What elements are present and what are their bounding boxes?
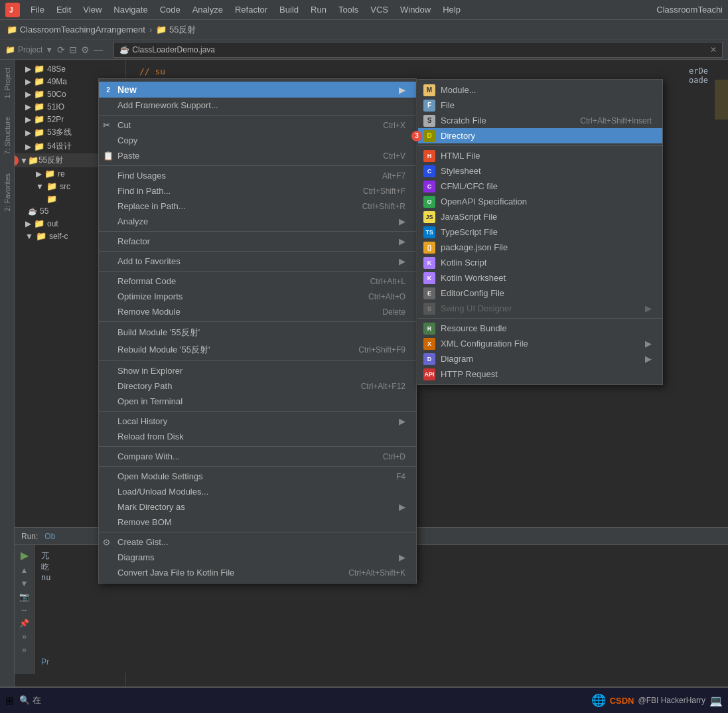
submenu-resource-bundle[interactable]: R Resource Bundle: [418, 321, 662, 336]
menu-item-compare-with[interactable]: Compare With... Ctrl+D: [99, 449, 416, 464]
menu-item-rebuild-module[interactable]: Rebuild Module '55反射' Ctrl+Shift+F9: [99, 341, 416, 358]
menu-item-cut[interactable]: ✂ Cut Ctrl+X: [99, 118, 416, 133]
cut-icon: ✂: [103, 120, 110, 130]
badge-2: 2: [103, 84, 113, 96]
submenu-kotlin-script[interactable]: K Kotlin Script: [418, 255, 662, 270]
diagrams-arrow-icon: ▶: [399, 552, 405, 562]
menu-item-load-unload[interactable]: Load/Unload Modules...: [99, 484, 416, 499]
toolbar-sync-icon[interactable]: ⟳: [57, 44, 65, 55]
project-panel-header: 📁 Project ▼: [5, 45, 53, 54]
app-logo: J: [5, 3, 20, 17]
menu-item-local-history[interactable]: Local History ▶: [99, 414, 416, 429]
menu-item-refactor[interactable]: Refactor ▶: [99, 234, 416, 249]
menu-item-show-explorer[interactable]: Show in Explorer: [99, 363, 416, 378]
submenu-diagram[interactable]: D Diagram ▶: [418, 351, 662, 366]
menu-item-analyze[interactable]: Analyze ▶: [99, 214, 416, 229]
menu-item-remove-bom[interactable]: Remove BOM: [99, 515, 416, 530]
favorites-arrow-icon: ▶: [399, 256, 405, 266]
menu-code[interactable]: Code: [155, 3, 186, 17]
menu-item-find-usages[interactable]: Find Usages Alt+F7: [99, 168, 416, 183]
separator-1: [99, 115, 416, 116]
separator-4: [99, 251, 416, 252]
submenu-html[interactable]: H HTML File: [418, 148, 662, 163]
resource-icon: R: [423, 323, 435, 335]
project-dropdown-icon[interactable]: ▼: [45, 45, 53, 54]
browser-icon: 🌐: [591, 693, 606, 708]
menu-window[interactable]: Window: [395, 3, 436, 17]
menu-view[interactable]: View: [78, 3, 107, 17]
submenu-swing: S Swing UI Designer ▶: [418, 301, 662, 316]
submenu-module[interactable]: M Module...: [418, 82, 662, 98]
menu-item-add-favorites[interactable]: Add to Favorites ▶: [99, 254, 416, 269]
breadcrumb-current[interactable]: 55反射: [169, 24, 196, 36]
submenu-file[interactable]: F File: [418, 98, 662, 113]
submenu-xml-config[interactable]: X XML Configuration File ▶: [418, 336, 662, 351]
menu-file[interactable]: File: [25, 3, 50, 17]
menu-item-module-settings[interactable]: Open Module Settings F4: [99, 469, 416, 484]
editor-tab-bar: ☕ ClassLoaderDemo.java ✕: [113, 42, 723, 58]
menu-item-copy[interactable]: Copy: [99, 133, 416, 148]
menu-tools[interactable]: Tools: [333, 3, 364, 17]
analyze-arrow-icon: ▶: [399, 216, 405, 226]
menu-vcs[interactable]: VCS: [365, 3, 394, 17]
submenu-sep-1: [418, 145, 662, 146]
menu-item-open-terminal[interactable]: Open in Terminal: [99, 394, 416, 409]
pkg-icon: {}: [423, 242, 435, 254]
menu-item-optimize-imports[interactable]: Optimize Imports Ctrl+Alt+O: [99, 289, 416, 304]
separator-3: [99, 231, 416, 232]
menu-item-reload-disk[interactable]: Reload from Disk: [99, 429, 416, 444]
submenu-kotlin-worksheet[interactable]: K Kotlin Worksheet: [418, 270, 662, 285]
menu-item-new[interactable]: 2 New ▶: [99, 82, 416, 98]
toolbar-collapse-icon[interactable]: ⊟: [69, 44, 77, 55]
submenu-js[interactable]: JS JavaScript File: [418, 209, 662, 224]
main-area: 1: Project 7: Structure 2: Favorites ▶ 📁…: [0, 60, 728, 693]
swing-icon: S: [423, 303, 435, 315]
menu-analyze[interactable]: Analyze: [187, 3, 228, 17]
refactor-arrow-icon: ▶: [399, 236, 405, 246]
menu-edit[interactable]: Edit: [51, 3, 76, 17]
toolbar-close-icon[interactable]: —: [94, 44, 103, 55]
start-button[interactable]: ⊞: [5, 694, 14, 707]
menu-help[interactable]: Help: [437, 3, 466, 17]
menu-item-remove-module[interactable]: Remove Module Delete: [99, 304, 416, 319]
menu-item-reformat[interactable]: Reformat Code Ctrl+Alt+L: [99, 274, 416, 289]
tab-close-icon[interactable]: ✕: [710, 45, 717, 54]
submenu-directory[interactable]: 3 D Directory: [418, 128, 662, 143]
submenu-cfml[interactable]: C CFML/CFC file: [418, 179, 662, 194]
js-icon: JS: [423, 211, 435, 223]
separator-11: [99, 532, 416, 532]
menu-item-build-module[interactable]: Build Module '55反射': [99, 324, 416, 341]
submenu-http[interactable]: API HTTP Request: [418, 366, 662, 382]
submenu-package-json[interactable]: {} package.json File: [418, 240, 662, 255]
diagram-arrow-icon: ▶: [645, 354, 652, 364]
menu-refactor[interactable]: Refactor: [230, 3, 273, 17]
context-menu-overlay: 2 New ▶ Add Framework Support... ✂ Cut C…: [0, 60, 728, 693]
menu-item-paste[interactable]: 📋 Paste Ctrl+V: [99, 148, 416, 163]
submenu-scratch[interactable]: S Scratch File Ctrl+Alt+Shift+Insert: [418, 113, 662, 128]
submenu-editorconfig[interactable]: E EditorConfig File: [418, 285, 662, 301]
taskbar-right: 🌐 CSDN @FBI HackerHarry 💻: [591, 693, 723, 708]
new-submenu: M Module... F File S Scratch File Ctrl+A…: [417, 79, 663, 385]
menu-item-replace-in-path[interactable]: Replace in Path... Ctrl+Shift+R: [99, 198, 416, 214]
menu-item-add-framework[interactable]: Add Framework Support...: [99, 98, 416, 113]
menu-run[interactable]: Run: [305, 3, 332, 17]
submenu-ts[interactable]: TS TypeScript File: [418, 224, 662, 240]
editor-tab-label[interactable]: ClassLoaderDemo.java: [132, 45, 215, 54]
github-icon: ⊙: [103, 537, 110, 547]
menu-build[interactable]: Build: [274, 3, 304, 17]
menu-item-find-in-path[interactable]: Find in Path... Ctrl+Shift+F: [99, 183, 416, 198]
menu-item-convert-kotlin[interactable]: Convert Java File to Kotlin File Ctrl+Al…: [99, 565, 416, 580]
submenu-openapi[interactable]: O OpenAPI Specification: [418, 194, 662, 209]
menu-item-create-gist[interactable]: ⊙ Create Gist...: [99, 534, 416, 550]
badge-3: 3: [411, 131, 422, 141]
menu-item-directory-path[interactable]: Directory Path Ctrl+Alt+F12: [99, 378, 416, 394]
breadcrumb-project[interactable]: ClassroomTeachingArrangement: [20, 25, 145, 35]
menu-navigate[interactable]: Navigate: [108, 3, 153, 17]
submenu-css[interactable]: C Stylesheet: [418, 163, 662, 179]
toolbar-gear-icon[interactable]: ⚙: [81, 44, 90, 55]
cfml-icon: C: [423, 181, 435, 193]
menu-item-diagrams[interactable]: Diagrams ▶: [99, 550, 416, 565]
local-history-arrow-icon: ▶: [399, 416, 405, 426]
menu-item-mark-directory[interactable]: Mark Directory as ▶: [99, 499, 416, 515]
search-box[interactable]: 🔍 在: [19, 694, 41, 706]
